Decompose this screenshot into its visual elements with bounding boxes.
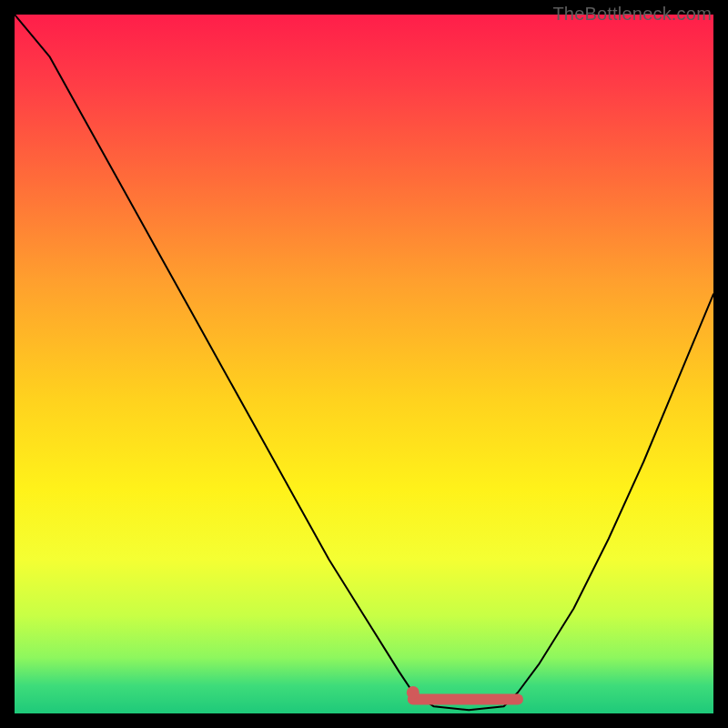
bottleneck-curve: [15, 15, 713, 713]
watermark-text: TheBottleneck.com: [552, 4, 712, 25]
chart-plot-area: [15, 15, 713, 713]
svg-point-0: [407, 686, 420, 699]
